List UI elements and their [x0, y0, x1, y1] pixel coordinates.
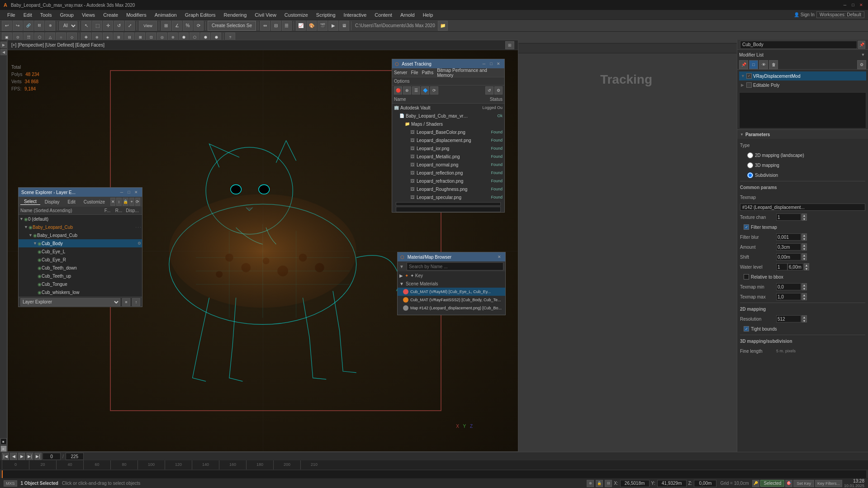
rp-texmap-field[interactable]	[740, 204, 865, 211]
rp-waterlevel-down[interactable]: ▼	[804, 267, 809, 270]
close-btn[interactable]: ✕	[858, 2, 864, 8]
menu-customize[interactable]: Customize	[281, 11, 312, 19]
se-layer-dropdown[interactable]: Layer Explorer	[20, 298, 120, 306]
at-row-roughness[interactable]: 🖼 Leopard_Roughness.png Found	[392, 185, 504, 193]
rp-mod-config-btn[interactable]: ⚙	[857, 60, 866, 69]
at-maximize[interactable]: □	[488, 61, 494, 67]
rp-texchan-up[interactable]: ▲	[802, 213, 807, 217]
filter-dropdown[interactable]: All	[59, 21, 77, 30]
set-key-btn[interactable]: Set Key	[793, 480, 814, 487]
left-tool2[interactable]: ◀	[0, 49, 7, 55]
rp-shift-val[interactable]: 0,00m	[776, 253, 801, 261]
se-footer-btn1[interactable]: ≡	[122, 298, 130, 306]
rp-filter-checkbox[interactable]: ✓	[744, 224, 749, 230]
rp-tightbounds-checkbox[interactable]: ✓	[744, 326, 749, 332]
tl-goto-start[interactable]: |◀	[2, 453, 9, 460]
rp-mod-editable-poly[interactable]: ▶ Editable Poly	[739, 81, 866, 90]
rp-mod-view-btn[interactable]: 👁	[759, 60, 768, 69]
snap-toggle-btn[interactable]: ⊞	[161, 21, 171, 31]
bind-to-space-btn[interactable]: ⊕	[45, 21, 55, 31]
viewport-layout-btn[interactable]: ⊞	[505, 41, 514, 49]
menu-civil-view[interactable]: Civil View	[251, 11, 280, 19]
rp-waterlevel-val2[interactable]: 6,00m	[787, 263, 803, 270]
menu-rendering[interactable]: Rendering	[220, 11, 251, 19]
percent-snap-btn[interactable]: %	[183, 21, 193, 31]
at-refresh-btn[interactable]: ↺	[485, 86, 493, 95]
at-row-reflection[interactable]: 🖼 Leopard_reflection.png Found	[392, 169, 504, 177]
tl-current-frame[interactable]: 0	[43, 453, 61, 460]
key-filters-btn[interactable]: Key Filters...	[815, 480, 842, 487]
mb-item-1[interactable]: Cub_MAT (VRayMtl) [Cub_Eye_L, Cub_Ey...	[398, 288, 505, 296]
workspaces-label[interactable]: Workspaces: Default	[816, 11, 864, 18]
rp-type-2d-radio[interactable]	[747, 152, 753, 158]
maximize-btn[interactable]: □	[850, 2, 856, 8]
rp-shift-down[interactable]: ▼	[802, 257, 807, 261]
rp-texmax-up[interactable]: ▲	[802, 293, 807, 297]
rp-texchan-val[interactable]: 1	[776, 213, 801, 221]
tl-total-frames[interactable]: 225	[66, 453, 84, 460]
se-sync-btn[interactable]: ⟳	[135, 198, 140, 206]
menu-animation[interactable]: Animation	[151, 11, 180, 19]
tl-play[interactable]: ▶	[18, 453, 25, 460]
at-row-maps[interactable]: 📁 Maps / Shaders	[392, 120, 504, 128]
se-add-btn[interactable]: +	[129, 198, 134, 206]
create-selection-btn[interactable]: Create Selection Se	[208, 21, 256, 31]
angle-snap-btn[interactable]: ∠	[172, 21, 182, 31]
select-object-btn[interactable]: ↖	[81, 21, 91, 31]
set-key-icon[interactable]: 🎯	[785, 480, 792, 487]
at-btn3[interactable]: ☰	[412, 86, 420, 95]
menu-graph-editors[interactable]: Graph Editors	[181, 11, 219, 19]
render-frame-btn[interactable]: 🖥	[339, 21, 349, 31]
minimize-btn[interactable]: ─	[842, 2, 848, 8]
status-icon3[interactable]: ⊟	[605, 480, 612, 487]
rp-waterlevel-val[interactable]: 1	[776, 263, 787, 270]
se-row-eye-r[interactable]: ◉ Cub_Eye_R	[19, 256, 142, 264]
menu-help[interactable]: Help	[419, 11, 437, 19]
se-tab-display[interactable]: Display	[41, 199, 63, 205]
left-tool1[interactable]: ▶	[0, 42, 7, 48]
at-row-ior[interactable]: 🖼 Leopard_ior.png Found	[392, 144, 504, 152]
at-row-max-file[interactable]: 📄 Baby_Leopard_Cub_max_vray.max Ok	[392, 112, 504, 120]
at-options-label[interactable]: Options	[394, 79, 409, 84]
se-row-leopard-parent[interactable]: ▼ ◉ Baby_Leopard_Cub · · ·	[19, 223, 142, 231]
graph-editors-btn[interactable]: 📈	[296, 21, 306, 31]
path-browse-btn[interactable]: 📁	[438, 21, 448, 31]
menu-content[interactable]: Content	[371, 11, 396, 19]
rp-texmin-down[interactable]: ▼	[802, 287, 807, 290]
layer-btn[interactable]: ☰	[282, 21, 292, 31]
rp-waterlevel-up[interactable]: ▲	[804, 263, 809, 267]
se-tab-edit[interactable]: Edit	[64, 199, 79, 205]
rp-resolution-val[interactable]: 512	[776, 315, 801, 322]
se-tab-select[interactable]: Select	[20, 199, 40, 205]
autokey-btn[interactable]: 🔑	[752, 480, 759, 487]
y-coord[interactable]: 41,9329m	[657, 480, 687, 487]
undo-btn[interactable]: ↩	[2, 21, 12, 31]
rp-relbbox-checkbox[interactable]	[744, 274, 749, 280]
scale-btn[interactable]: ⤢	[125, 21, 135, 31]
view-btn[interactable]: View	[139, 21, 157, 31]
z-coord[interactable]: 0,00m	[694, 480, 716, 487]
se-tab-customize[interactable]: Customize	[80, 199, 109, 205]
rp-pin-mod-btn[interactable]: 📌	[739, 60, 748, 69]
at-menu-file[interactable]: File	[411, 70, 418, 75]
rp-amount-down[interactable]: ▼	[802, 247, 807, 251]
at-close[interactable]: ✕	[495, 61, 502, 67]
mb-item-3[interactable]: Map #142 (Leopard_displacement.png) [Cub…	[398, 304, 505, 312]
se-row-eye-l[interactable]: ◉ Cub_Eye_L	[19, 247, 142, 256]
menu-file[interactable]: File	[4, 11, 19, 19]
at-row-metallic[interactable]: 🖼 Leopard_Metallic.png Found	[392, 152, 504, 161]
rp-mod-vray-displacement[interactable]: ▼ ✓ VRayDisplacementMod	[739, 71, 866, 81]
rp-mod-vray-checkbox[interactable]: ✓	[746, 73, 752, 79]
menu-views[interactable]: Views	[78, 11, 99, 19]
render-setup-btn[interactable]: 🎬	[318, 21, 327, 31]
se-row-teeth-up[interactable]: ◉ Cub_Teeth_up	[19, 272, 142, 280]
tl-next-frame[interactable]: ▶|	[26, 453, 33, 460]
rp-texmax-val[interactable]: 1,0	[776, 293, 801, 300]
at-menu-server[interactable]: Server	[394, 70, 407, 75]
at-btn4[interactable]: 🔷	[421, 86, 429, 95]
menu-arnold[interactable]: Arnold	[397, 11, 418, 19]
rp-texchan-down[interactable]: ▼	[802, 217, 807, 221]
menu-modifiers[interactable]: Modifiers	[123, 11, 150, 19]
se-row-teeth-down[interactable]: ◉ Cub_Teeth_down	[19, 264, 142, 272]
rp-amount-val[interactable]: 0,3cm	[776, 243, 801, 251]
